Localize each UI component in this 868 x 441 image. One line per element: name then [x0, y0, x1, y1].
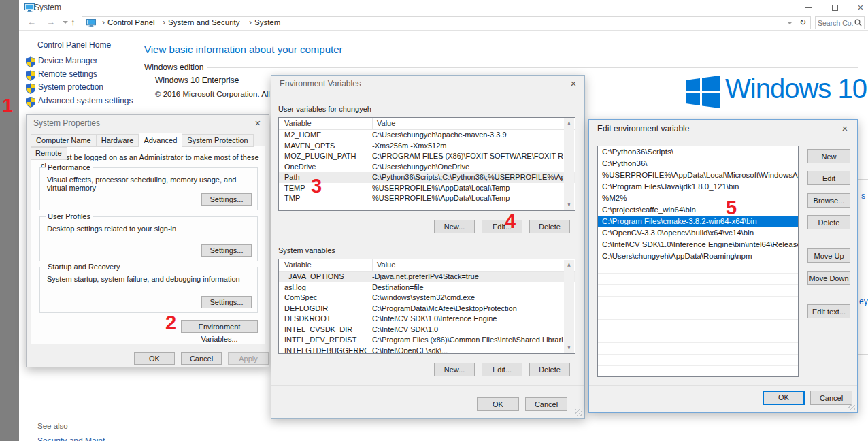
list-item[interactable]: %USERPROFILE%\AppData\Local\Microsoft\Wi…	[598, 169, 798, 181]
user-variables-table: Variable Value M2_HOMEC:\Users\chungyeh\…	[278, 117, 575, 211]
column-header-variable[interactable]: Variable	[284, 259, 312, 271]
scrollbar[interactable]: ∧ ∨	[564, 260, 574, 353]
search-input[interactable]	[818, 18, 854, 28]
user-new-button[interactable]: New...	[434, 220, 475, 233]
table-row[interactable]: INTEL_DEV_REDISTC:\Program Files (x86)\C…	[279, 335, 575, 346]
delete-button[interactable]: Delete	[807, 215, 850, 229]
up-arrow-icon[interactable]: ↑	[71, 17, 76, 27]
table-row[interactable]: TMP%USERPROFILE%\AppData\Local\Temp	[279, 193, 575, 204]
move-down-button[interactable]: Move Down	[807, 271, 850, 285]
minimize-button[interactable]	[797, 0, 820, 15]
tab-remote[interactable]: Remote	[31, 147, 67, 160]
column-header-value[interactable]: Value	[372, 259, 395, 271]
table-row[interactable]: ComSpecC:\windows\system32\cmd.exe	[279, 293, 575, 304]
user-delete-button[interactable]: Delete	[529, 220, 570, 233]
search-box	[815, 16, 865, 29]
scroll-up-icon[interactable]: ∧	[564, 260, 574, 270]
cancel-button[interactable]: Cancel	[525, 397, 567, 411]
advanced-tab-panel: You must be logged on as an Administrato…	[31, 146, 265, 344]
table-row[interactable]: DLSDKROOTC:\Intel\CV SDK\1.0\Inference E…	[279, 314, 575, 325]
edit-button[interactable]: Edit	[807, 171, 850, 185]
ok-button[interactable]: OK	[763, 391, 805, 405]
section-divider	[201, 67, 858, 68]
table-row[interactable]: M2_HOMEC:\Users\chungyeh\apache-maven-3.…	[279, 130, 575, 141]
system-new-button[interactable]: New...	[434, 363, 475, 376]
divider	[589, 385, 857, 386]
recent-locations-chevron-icon[interactable]	[63, 21, 68, 24]
back-arrow-icon[interactable]: ←	[27, 17, 36, 27]
empty-row	[598, 308, 798, 320]
sidebar-item-advanced-system-settings[interactable]: Advanced system settings	[38, 96, 133, 105]
cancel-button[interactable]: Cancel	[810, 391, 852, 405]
system-delete-button[interactable]: Delete	[529, 363, 570, 376]
sidebar-control-panel-home[interactable]: Control Panel Home	[37, 40, 111, 50]
cancel-button[interactable]: Cancel	[181, 352, 222, 365]
breadcrumb-item-system-and-security[interactable]: System and Security	[168, 17, 239, 29]
breadcrumb-item-control-panel[interactable]: Control Panel	[107, 17, 155, 29]
list-item[interactable]: C:\OpenCV-3.3.0\opencv\build\x64\vc14\bi…	[598, 227, 798, 239]
table-header: Variable Value	[279, 118, 575, 130]
table-row[interactable]: MOZ_PLUGIN_PATHC:\PROGRAM FILES (X86)\FO…	[279, 151, 575, 162]
sidebar-item-device-manager[interactable]: Device Manager	[38, 56, 97, 65]
search-icon[interactable]	[854, 19, 862, 27]
table-row[interactable]: TEMP%USERPROFILE%\AppData\Local\Temp	[279, 183, 575, 194]
list-item[interactable]: C:\projects\caffe_win64\bin	[598, 204, 798, 216]
user-edit-button[interactable]: Edit...	[482, 220, 522, 233]
column-header-value[interactable]: Value	[372, 118, 395, 129]
var-name: asl.log	[284, 282, 367, 293]
see-also-link-clipped[interactable]: Security and Maint	[37, 436, 105, 441]
new-button[interactable]: New	[807, 149, 850, 163]
table-row-path-selected[interactable]: PathC:\Python36\Scripts\;C:\Python36\;%U…	[279, 172, 575, 183]
startup-recovery-settings-button[interactable]: Settings...	[201, 296, 252, 308]
var-value: %USERPROFILE%\AppData\Local\Temp	[372, 183, 563, 194]
user-profiles-settings-button[interactable]: Settings...	[201, 244, 252, 257]
breadcrumb-item-system[interactable]: System	[254, 17, 280, 29]
tab-computer-name[interactable]: Computer Name	[31, 134, 97, 147]
performance-settings-button[interactable]: Settings...	[201, 193, 252, 206]
forward-arrow-icon[interactable]: →	[46, 17, 55, 27]
list-item-selected[interactable]: C:\Program Files\cmake-3.8.2-win64-x64\b…	[598, 216, 798, 227]
tab-advanced[interactable]: Advanced	[139, 133, 182, 147]
ok-button[interactable]: OK	[477, 397, 519, 411]
list-item[interactable]: C:\Program Files\Java\jdk1.8.0_121\bin	[598, 181, 798, 193]
table-row[interactable]: OneDriveC:\Users\chungyeh\OneDrive	[279, 162, 575, 173]
close-button[interactable]: ×	[849, 0, 868, 15]
close-icon[interactable]: ×	[567, 78, 580, 89]
environment-variables-button[interactable]: Environment Variables...	[181, 320, 258, 333]
table-row[interactable]: INTELGTDEBUGGERROOTC:\Intel\OpenCL\sdk\.…	[279, 346, 575, 355]
list-item[interactable]: C:\Python36\Scripts\	[598, 146, 798, 158]
list-item[interactable]: %M2%	[598, 193, 798, 204]
list-item[interactable]: C:\Intel\CV SDK\1.0\Inference Engine\bin…	[598, 239, 798, 250]
move-up-button[interactable]: Move Up	[807, 248, 850, 263]
sidebar-item-system-protection[interactable]: System protection	[38, 82, 103, 92]
refresh-icon[interactable]: ↻	[799, 17, 806, 29]
close-icon[interactable]: ×	[251, 117, 265, 129]
close-icon[interactable]: ×	[838, 122, 852, 134]
table-row[interactable]: MAVEN_OPTS-Xms256m -Xmx512m	[279, 141, 575, 152]
apply-button[interactable]: Apply	[228, 352, 269, 365]
tab-hardware[interactable]: Hardware	[97, 134, 139, 147]
tab-system-protection[interactable]: System Protection	[182, 134, 253, 147]
list-item[interactable]: C:\Python36\	[598, 158, 798, 169]
scroll-up-icon[interactable]: ∧	[564, 118, 574, 129]
browse-button[interactable]: Browse...	[807, 193, 850, 208]
resize-grip[interactable]	[575, 409, 582, 416]
scroll-down-icon[interactable]: ∨	[564, 199, 574, 210]
table-row[interactable]: _JAVA_OPTIONS-Djava.net.preferIPv4Stack=…	[279, 272, 575, 282]
scroll-down-icon[interactable]: ∨	[564, 342, 574, 353]
ok-button[interactable]: OK	[134, 352, 175, 365]
system-variables-group-label: System variables	[278, 246, 335, 255]
table-row[interactable]: INTEL_CVSDK_DIRC:\Intel\CV SDK\1.0	[279, 325, 575, 336]
resize-grip[interactable]	[848, 404, 855, 410]
list-item[interactable]: C:\Users\chungyeh\AppData\Roaming\npm	[598, 250, 798, 262]
system-edit-button[interactable]: Edit...	[482, 363, 522, 376]
scrollbar[interactable]: ∧ ∨	[564, 118, 574, 210]
table-row[interactable]: DEFLOGDIRC:\ProgramData\McAfee\DesktopPr…	[279, 304, 575, 314]
sidebar-item-remote-settings[interactable]: Remote settings	[38, 69, 97, 79]
edit-text-button[interactable]: Edit text...	[807, 304, 850, 318]
table-row[interactable]: asl.logDestination=file	[279, 282, 575, 293]
column-header-variable[interactable]: Variable	[284, 118, 312, 129]
var-value: C:\Python36\Scripts\;C:\Python36\;%USERP…	[372, 172, 563, 183]
address-dropdown-chevron-icon[interactable]	[787, 22, 792, 24]
maximize-button[interactable]	[823, 0, 846, 15]
